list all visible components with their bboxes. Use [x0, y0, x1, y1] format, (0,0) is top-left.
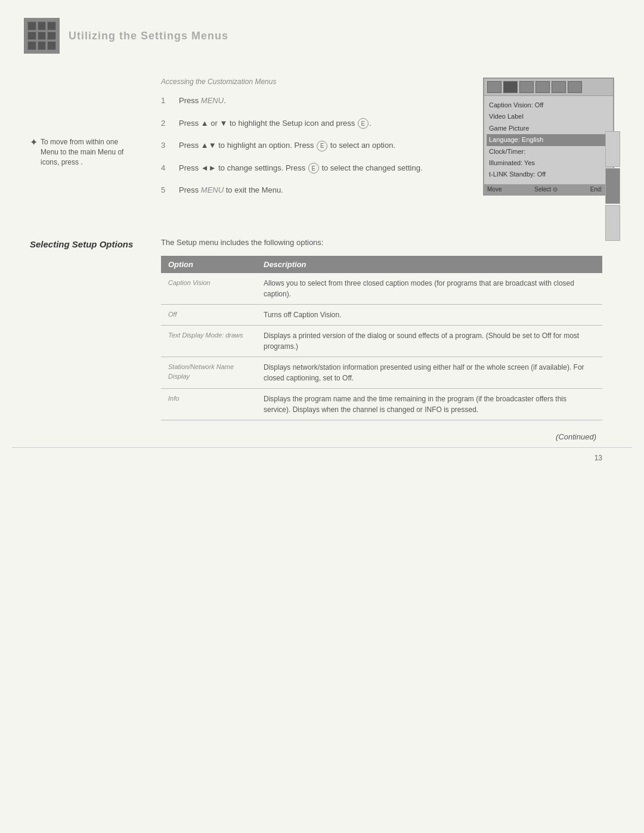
option-cell: Station/Network Name Display — [161, 357, 256, 388]
selecting-setup-section: Selecting Setup Options The Setup menu i… — [12, 238, 632, 420]
step-item-2: 2 Press ▲ or ▼ to highlight the Setup ic… — [161, 117, 471, 129]
step-text-1: Press MENU. — [179, 95, 471, 107]
header-area: Utilizing the Settings Menus — [12, 12, 632, 60]
tv-btn-c — [519, 81, 534, 93]
tv-btn-f — [568, 81, 582, 93]
table-row: InfoDisplays the program name and the ti… — [161, 388, 602, 420]
tv-menu-video: Video Label — [489, 111, 608, 122]
step-item-1: 1 Press MENU. — [161, 95, 471, 107]
icon-cell — [27, 21, 36, 30]
bottom-bar: 13 — [12, 447, 632, 468]
tv-menu-caption: Caption Vision: Off — [489, 100, 608, 111]
option-cell: Caption Vision — [161, 273, 256, 305]
icon-cell — [38, 21, 47, 30]
circle-icon-2: E — [358, 118, 369, 129]
tab-3 — [605, 205, 620, 241]
option-cell: Off — [161, 304, 256, 325]
tv-btn-a — [487, 81, 501, 93]
step-text-4: Press ◄► to change settings. Press E to … — [179, 162, 471, 174]
section-intro: The Setup menu includes the following op… — [161, 238, 602, 247]
description-cell: Turns off Caption Vision. — [256, 304, 602, 325]
table-row: Caption VisionAllows you to select from … — [161, 273, 602, 305]
step-text-5: Press MENU to exit the Menu. — [179, 184, 471, 196]
step-number-5: 5 — [161, 184, 173, 196]
header-icon-grid — [27, 21, 56, 50]
circle-icon-3: E — [317, 141, 327, 151]
col-header-option: Option — [161, 256, 256, 273]
icon-cell — [47, 21, 56, 30]
sidebar-note: ✦ To move from within one Menu to the ma… — [30, 137, 137, 167]
description-cell: Displays the program name and the time r… — [256, 388, 602, 420]
circle-icon-4: E — [308, 163, 319, 174]
tab-1 — [605, 131, 620, 167]
page-wrapper: Utilizing the Settings Menus ✦ To move f… — [12, 12, 632, 833]
steps-content: Accessing the Customization Menus 1 Pres… — [149, 78, 483, 214]
description-cell: Displays a printed version of the dialog… — [256, 325, 602, 357]
page-number: 13 — [595, 454, 602, 462]
tv-btn-d — [535, 81, 550, 93]
table-header-row: Option Description — [161, 256, 602, 273]
tv-menu-language: Language: English — [487, 134, 611, 145]
right-tab-bar — [605, 131, 620, 241]
tab-2 — [605, 168, 620, 204]
left-sidebar: ✦ To move from within one Menu to the ma… — [30, 78, 149, 214]
option-cell: Text Display Mode: draws — [161, 325, 256, 357]
tv-screen-toolbar — [484, 79, 613, 96]
sidebar-note-text: To move from within one Menu to the main… — [41, 137, 137, 167]
table-row: Text Display Mode: drawsDisplays a print… — [161, 325, 602, 357]
icon-cell — [47, 32, 56, 41]
icon-cell — [27, 41, 36, 50]
tv-screen-area: Caption Vision: Off Video Label Game Pic… — [483, 78, 614, 214]
step-text-2: Press ▲ or ▼ to highlight the Setup icon… — [179, 117, 471, 129]
table-row: OffTurns off Caption Vision. — [161, 304, 602, 325]
col-header-description: Description — [256, 256, 602, 273]
table-row: Station/Network Name DisplayDisplays net… — [161, 357, 602, 388]
step-item-4: 4 Press ◄► to change settings. Press E t… — [161, 162, 471, 174]
section-label: Selecting Setup Options — [30, 238, 149, 420]
icon-cell — [47, 41, 56, 50]
tv-screen-content: Caption Vision: Off Video Label Game Pic… — [484, 96, 613, 184]
step-item-5: 5 Press MENU to exit the Menu. — [161, 184, 471, 196]
icon-cell — [27, 32, 36, 41]
option-cell: Info — [161, 388, 256, 420]
tv-btn-e — [552, 81, 566, 93]
step-number-3: 3 — [161, 140, 173, 151]
step-number-4: 4 — [161, 162, 173, 174]
section-title: Selecting Setup Options — [30, 238, 137, 250]
tv-screen: Caption Vision: Off Video Label Game Pic… — [483, 78, 614, 196]
options-table: Option Description Caption VisionAllows … — [161, 256, 602, 420]
header-icon — [24, 18, 60, 54]
tv-menu-game: Game Picture — [489, 123, 608, 134]
tv-menu-link: t-LINK Standby: Off — [489, 169, 608, 180]
icon-cell — [38, 32, 47, 41]
step-text-3: Press ▲▼ to highlight an option. Press E… — [179, 140, 471, 151]
footer-select: Select ⊙ — [534, 186, 558, 193]
steps-list: 1 Press MENU. 2 Press ▲ or ▼ to highligh… — [161, 95, 471, 196]
main-content: ✦ To move from within one Menu to the ma… — [12, 78, 632, 214]
description-cell: Displays network/station information pre… — [256, 357, 602, 388]
footer-move: Move — [487, 186, 501, 193]
note-icon: ✦ — [30, 136, 38, 149]
icon-cell — [38, 41, 47, 50]
continued-text: (Continued) — [12, 420, 632, 447]
description-cell: Allows you to select from three closed c… — [256, 273, 602, 305]
tv-menu-clock: Clock/Timer: — [489, 146, 608, 157]
subtitle: Accessing the Customization Menus — [161, 78, 471, 86]
tv-btn-b — [503, 81, 518, 93]
step-number-2: 2 — [161, 117, 173, 129]
tv-menu-illuminated: Illuminated: Yes — [489, 157, 608, 169]
step-item-3: 3 Press ▲▼ to highlight an option. Press… — [161, 140, 471, 151]
step-number-1: 1 — [161, 95, 173, 107]
tv-screen-footer: Move Select ⊙ End: ◄ — [484, 184, 613, 194]
section-body: The Setup menu includes the following op… — [149, 238, 614, 420]
page-title: Utilizing the Settings Menus — [69, 30, 228, 42]
